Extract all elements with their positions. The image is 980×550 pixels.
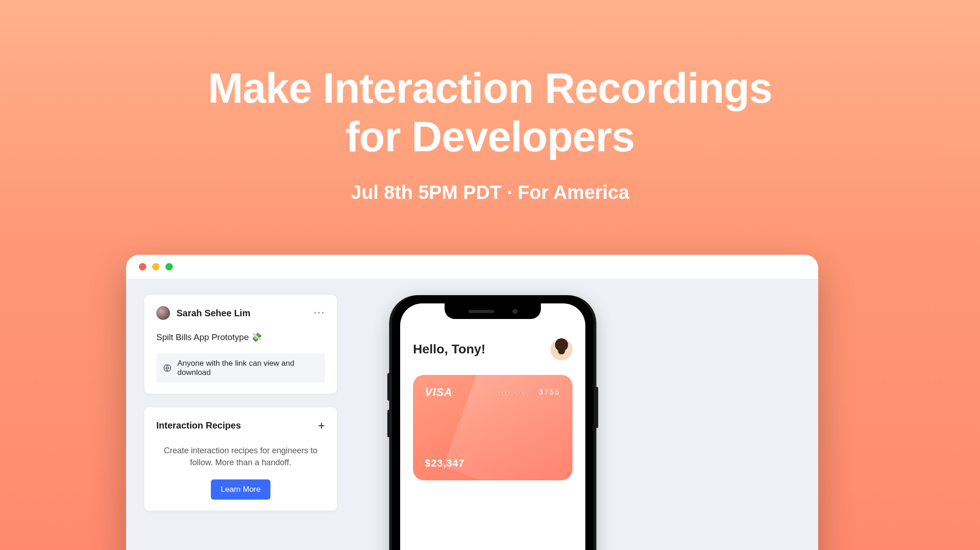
project-card: Sarah Sehee Lim ··· Spilt Bills App Prot… (144, 295, 337, 394)
phone-screen: Hello, Tony! VISA ···· ···· 3755 (400, 303, 585, 550)
add-recipe-icon[interactable]: + (318, 418, 325, 433)
app-content: Sarah Sehee Lim ··· Spilt Bills App Prot… (126, 279, 818, 550)
phone-notch (445, 303, 541, 319)
author-avatar[interactable] (156, 306, 170, 320)
screen-header: Hello, Tony! (413, 338, 573, 360)
card-number: ···· ···· 3755 (498, 388, 561, 396)
window-close-icon[interactable] (139, 263, 146, 270)
recipes-card-header: Interaction Recipes + (156, 418, 325, 433)
phone-mockup: Hello, Tony! VISA ···· ···· 3755 (392, 295, 594, 550)
left-column: Sarah Sehee Lim ··· Spilt Bills App Prot… (144, 295, 337, 511)
window-minimize-icon[interactable] (152, 263, 160, 270)
credit-card-top: VISA ···· ···· 3755 (425, 386, 561, 399)
card-brand: VISA (425, 386, 452, 399)
recipes-card: Interaction Recipes + Create interaction… (144, 407, 337, 511)
share-visibility-text: Anyone with the link can view and downlo… (177, 359, 319, 377)
credit-card[interactable]: VISA ···· ···· 3755 $23,347 (413, 375, 573, 480)
share-visibility[interactable]: Anyone with the link can view and downlo… (156, 353, 325, 383)
user-avatar[interactable] (551, 338, 573, 360)
learn-more-button[interactable]: Learn More (211, 479, 271, 500)
app-window: Sarah Sehee Lim ··· Spilt Bills App Prot… (126, 255, 818, 550)
hero-title-line1: Make Interaction Recordings (208, 65, 772, 111)
hero-title: Make Interaction Recordings for Develope… (208, 64, 772, 161)
window-zoom-icon[interactable] (165, 263, 173, 270)
card-balance: $23,347 (425, 457, 465, 469)
hero-subtitle: Jul 8th 5PM PDT · For America (351, 182, 629, 204)
author-name: Sarah Sehee Lim (176, 308, 250, 319)
phone-side-button-icon (595, 387, 598, 428)
project-card-header: Sarah Sehee Lim ··· (156, 306, 325, 320)
window-titlebar (126, 255, 818, 279)
recipes-description: Create interaction recipes for engineers… (156, 445, 325, 468)
more-options-icon[interactable]: ··· (314, 307, 325, 319)
phone-frame: Hello, Tony! VISA ···· ···· 3755 (392, 295, 594, 550)
card-number-mask: ···· ···· (498, 388, 529, 396)
greeting-text: Hello, Tony! (413, 342, 485, 357)
author-row: Sarah Sehee Lim (156, 306, 250, 320)
promo-stage: Make Interaction Recordings for Develope… (0, 0, 980, 550)
recipes-title: Interaction Recipes (156, 420, 241, 431)
hero-title-line2: for Developers (346, 113, 634, 160)
phone-camera-icon (512, 309, 518, 314)
project-title: Spilt Bills App Prototype 💸 (156, 332, 325, 342)
phone-speaker-icon (468, 310, 494, 313)
card-number-last4: 3755 (539, 388, 561, 396)
globe-icon (163, 363, 172, 373)
